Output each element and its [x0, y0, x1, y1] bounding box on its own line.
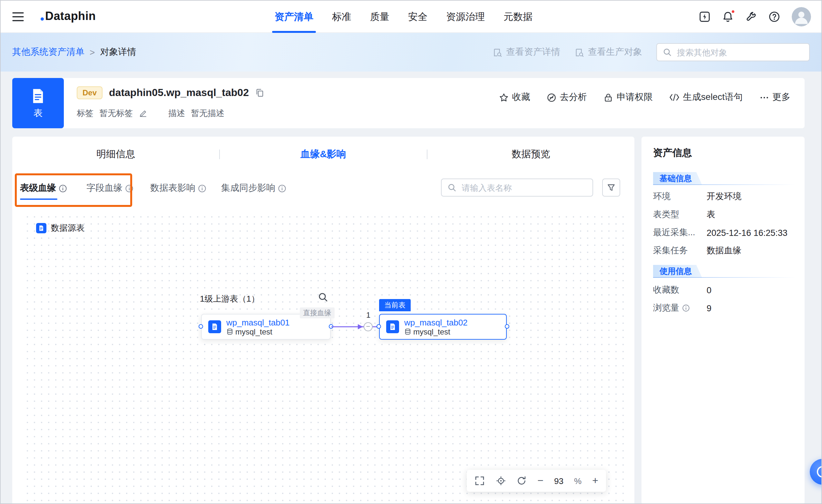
subtab-table-lineage[interactable]: 表级血缘 — [20, 182, 67, 194]
view-asset-detail-button[interactable]: 查看资产详情 — [492, 46, 560, 58]
table-type-label: 表 — [33, 107, 43, 119]
subtab-integration-sync-impact[interactable]: 集成同步影响 — [221, 182, 286, 194]
generate-select-button[interactable]: 生成select语句 — [670, 91, 743, 103]
breadcrumb-actions: 查看资产详情 查看生产对象 — [492, 43, 810, 61]
asset-header-card: 表 Dev dataphin05.wp_masql_tab02 标签 暂无标签 … — [12, 78, 805, 128]
navbar-actions — [699, 1, 811, 33]
table-node-icon — [386, 320, 399, 333]
node-table-name[interactable]: wp_masql_tab02 — [404, 318, 468, 327]
info-icon[interactable] — [198, 184, 206, 192]
usage-info-section-header: 使用信息 — [642, 265, 805, 278]
detail-tabs: 明细信息 血缘&影响 数据预览 — [12, 137, 635, 171]
info-icon[interactable] — [682, 304, 690, 312]
copy-icon[interactable] — [255, 88, 264, 97]
more-dots-icon — [760, 92, 769, 102]
info-icon[interactable] — [59, 184, 67, 192]
analyze-button[interactable]: 去分析 — [547, 91, 587, 103]
subtab-field-lineage[interactable]: 字段血缘 — [86, 182, 133, 194]
table-node-icon — [36, 223, 46, 233]
node-port[interactable] — [198, 324, 203, 328]
filter-button[interactable] — [602, 178, 620, 196]
locate-button[interactable] — [495, 476, 506, 486]
more-button[interactable]: 更多 — [760, 91, 790, 103]
nav-item-metadata[interactable]: 元数据 — [503, 1, 532, 33]
object-search-input[interactable] — [676, 47, 803, 58]
info-row-views: 浏览量 9 — [653, 302, 797, 314]
active-subtab-underline — [20, 198, 57, 200]
tag-label: 标签 — [77, 108, 93, 119]
nav-item-security[interactable]: 安全 — [408, 1, 427, 33]
notification-bell-icon[interactable] — [722, 11, 734, 23]
table-name-search-input[interactable] — [460, 182, 587, 193]
fullscreen-button[interactable] — [474, 476, 485, 486]
assistant-icon — [817, 466, 822, 478]
nav-item-resource-governance[interactable]: 资源治理 — [446, 1, 485, 33]
info-icon[interactable] — [278, 184, 286, 192]
subtab-table-impact[interactable]: 数据表影响 — [150, 182, 206, 194]
database-icon — [404, 328, 411, 335]
zoom-level-value: 93 — [554, 476, 563, 486]
info-icon[interactable] — [125, 184, 133, 192]
doc-search-icon — [574, 47, 584, 57]
lineage-canvas[interactable]: 数据源表 1级上游表（1） wp_masql_tab01 mysql_test — [24, 213, 624, 504]
nav-item-standard[interactable]: 标准 — [332, 1, 351, 33]
refresh-button[interactable] — [516, 476, 527, 486]
nav-item-quality[interactable]: 质量 — [370, 1, 389, 33]
breadcrumb-parent-link[interactable]: 其他系统资产清单 — [12, 46, 84, 58]
efficiency-icon[interactable] — [699, 11, 711, 23]
upstream-group-label: 1级上游表（1） — [200, 293, 260, 305]
table-name-search — [441, 178, 593, 196]
tag-value: 暂无标签 — [99, 108, 133, 119]
edit-tag-icon[interactable] — [138, 109, 148, 118]
info-row-favorites: 收藏数 0 — [653, 284, 797, 296]
legend-datasource-table: 数据源表 — [36, 222, 84, 234]
view-production-object-button[interactable]: 查看生产对象 — [574, 46, 642, 58]
help-icon[interactable] — [769, 11, 780, 23]
star-icon — [499, 92, 509, 102]
node-table-name[interactable]: wp_masql_tab01 — [226, 318, 290, 327]
desc-value: 暂无描述 — [191, 108, 225, 119]
tools-wrench-icon[interactable] — [745, 11, 757, 23]
top-navbar: Dataphin 资产清单 标准 质量 安全 资源治理 元数据 — [1, 1, 821, 33]
asset-info-title: 资产信息 — [653, 147, 692, 159]
env-badge: Dev — [77, 86, 102, 99]
asset-title: dataphin05.wp_masql_tab02 — [109, 87, 249, 99]
breadcrumb: 其他系统资产清单 > 对象详情 — [12, 46, 136, 58]
collapse-upstream-button[interactable]: − — [364, 322, 373, 331]
tab-lineage-impact[interactable]: 血缘&影响 — [220, 148, 427, 160]
favorite-button[interactable]: 收藏 — [499, 91, 530, 103]
lineage-node-current[interactable]: wp_masql_tab02 mysql_test — [379, 314, 507, 340]
breadcrumb-bar: 其他系统资产清单 > 对象详情 查看资产详情 查看生产对象 — [1, 33, 821, 71]
asset-meta-row: 标签 暂无标签 描述 暂无描述 — [77, 108, 225, 119]
info-row-collect-task: 采集任务 数据血缘 — [653, 245, 797, 257]
table-node-icon — [208, 320, 221, 333]
user-avatar[interactable] — [792, 7, 811, 26]
logo-text: Dataphin — [45, 10, 96, 23]
table-type-tile: 表 — [12, 78, 64, 128]
breadcrumb-separator: > — [90, 47, 95, 57]
zoom-level-unit: % — [574, 476, 581, 486]
request-permission-button[interactable]: 申请权限 — [604, 91, 653, 103]
desc-label: 描述 — [168, 108, 185, 119]
menu-icon[interactable] — [12, 12, 24, 21]
table-doc-icon — [30, 87, 46, 104]
upstream-search-icon[interactable] — [318, 292, 328, 302]
tab-data-preview[interactable]: 数据预览 — [427, 148, 635, 160]
node-port[interactable] — [377, 324, 381, 328]
graph-toolbar: − 93 % + — [467, 470, 606, 492]
asset-title-row: Dev dataphin05.wp_masql_tab02 — [77, 86, 264, 99]
node-datasource: mysql_test — [226, 327, 290, 336]
zoom-in-button[interactable]: + — [592, 476, 598, 486]
current-table-badge: 当前表 — [379, 299, 411, 311]
search-icon — [447, 183, 456, 192]
logo[interactable]: Dataphin — [41, 10, 96, 23]
global-object-search — [656, 43, 810, 61]
filter-funnel-icon — [607, 183, 616, 192]
node-port[interactable] — [505, 324, 509, 328]
doc-search-icon — [492, 47, 502, 57]
nav-item-asset-catalog[interactable]: 资产清单 — [275, 1, 313, 33]
assistant-float-button[interactable] — [810, 459, 822, 485]
section-underline — [653, 184, 796, 185]
zoom-out-button[interactable]: − — [537, 476, 543, 486]
tab-detail-info[interactable]: 明细信息 — [12, 148, 219, 160]
